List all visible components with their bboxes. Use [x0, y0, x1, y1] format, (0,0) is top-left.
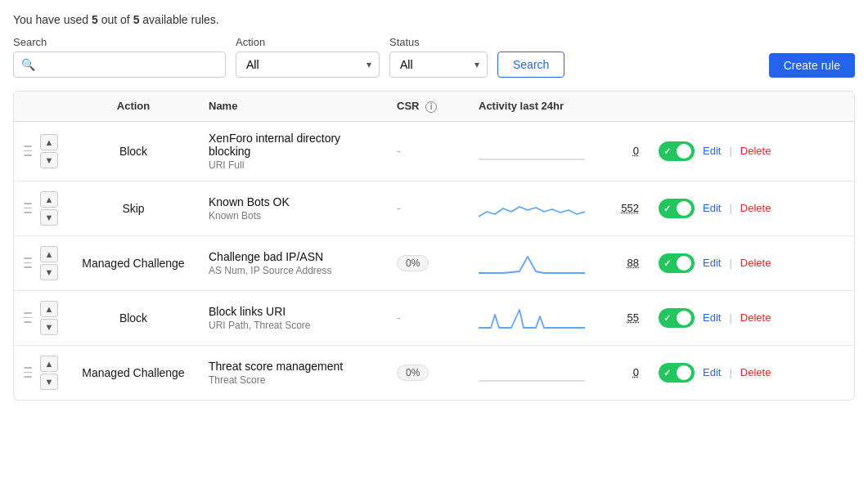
edit-link[interactable]: Edit — [703, 145, 721, 157]
delete-link[interactable]: Delete — [740, 202, 771, 214]
table-row: ▲ ▼ Skip Known Bots OK Known Bots - 552 … — [14, 181, 854, 235]
enable-toggle[interactable]: ✓ — [659, 308, 695, 328]
drag-handle[interactable] — [24, 257, 32, 268]
edit-link[interactable]: Edit — [703, 311, 721, 324]
toggle-slider: ✓ — [659, 199, 695, 218]
status-select[interactable]: All Active Inactive — [389, 51, 488, 78]
action-value: Block — [119, 145, 147, 158]
search-button[interactable]: Search — [497, 51, 564, 78]
table-row: ▲ ▼ Managed Challenge Challenge bad IP/A… — [14, 235, 854, 290]
rule-name: Block links URI — [209, 305, 377, 318]
edit-link[interactable]: Edit — [703, 257, 721, 269]
sort-down-button[interactable]: ▼ — [40, 319, 58, 335]
csr-info-icon: i — [425, 101, 437, 113]
controls-wrap: ✓ Edit | Delete — [659, 308, 844, 328]
toggle-check-icon: ✓ — [663, 146, 671, 156]
csr-dash: - — [397, 202, 401, 215]
sort-up-button[interactable]: ▲ — [40, 356, 58, 372]
sort-down-button[interactable]: ▼ — [40, 209, 58, 226]
activity-count: 552 — [614, 202, 639, 214]
controls-wrap: ✓ Edit | Delete — [659, 141, 844, 161]
activity-cell: 552 — [469, 181, 649, 235]
search-icon: 🔍 — [21, 58, 35, 71]
activity-wrap: 552 — [479, 194, 639, 223]
create-rule-button[interactable]: Create rule — [769, 53, 855, 78]
action-cell: Block — [68, 290, 199, 345]
activity-count: 0 — [614, 145, 639, 157]
drag-handle[interactable] — [24, 203, 32, 213]
activity-chart-wavy — [479, 194, 585, 223]
sort-up-button[interactable]: ▲ — [40, 301, 58, 317]
activity-wrap: 0 — [479, 137, 639, 166]
drag-handle[interactable] — [24, 367, 32, 378]
sort-down-button[interactable]: ▼ — [40, 264, 58, 280]
enable-toggle[interactable]: ✓ — [659, 363, 695, 383]
action-select[interactable]: All Block Skip Managed Challenge — [236, 51, 380, 78]
csr-cell: - — [387, 121, 469, 181]
activity-cell: 88 — [469, 235, 649, 290]
delete-link[interactable]: Delete — [740, 145, 771, 157]
enable-toggle[interactable]: ✓ — [659, 253, 695, 273]
col-csr-header: CSR i — [387, 92, 469, 121]
activity-cell: 0 — [469, 345, 649, 400]
csr-badge: 0% — [397, 255, 429, 271]
status-label: Status — [389, 36, 488, 48]
name-cell: Threat score management Threat Score — [199, 345, 387, 400]
table-row: ▲ ▼ Managed Challenge Threat score manag… — [14, 345, 854, 400]
drag-handle[interactable] — [24, 312, 32, 323]
controls-cell: ✓ Edit | Delete — [649, 121, 854, 181]
sort-up-button[interactable]: ▲ — [40, 134, 58, 150]
controls-cell: ✓ Edit | Delete — [649, 235, 854, 290]
toggle-check-icon: ✓ — [663, 203, 671, 213]
sort-buttons: ▲ ▼ — [40, 134, 58, 168]
usage-used: 5 — [92, 13, 98, 26]
activity-count: 88 — [614, 257, 639, 269]
table-row: ▲ ▼ Block Block links URI URI Path, Thre… — [14, 290, 854, 345]
csr-badge: 0% — [397, 365, 429, 381]
delete-link[interactable]: Delete — [740, 311, 771, 324]
action-value: Managed Challenge — [82, 257, 184, 270]
csr-cell: 0% — [387, 235, 469, 290]
csr-cell: 0% — [387, 345, 469, 400]
activity-cell: 55 — [469, 290, 649, 345]
enable-toggle[interactable]: ✓ — [659, 199, 695, 218]
sort-buttons: ▲ ▼ — [40, 191, 58, 226]
action-label: Action — [236, 36, 380, 48]
col-activity-header: Activity last 24hr — [469, 92, 649, 121]
sort-up-button[interactable]: ▲ — [40, 246, 58, 262]
col-action-header: Action — [68, 92, 199, 121]
action-cell: Managed Challenge — [68, 345, 199, 400]
filters-row: Search 🔍 Action All Block Skip Managed C… — [13, 36, 855, 78]
search-input[interactable] — [13, 51, 226, 78]
action-cell: Skip — [68, 181, 199, 235]
toggle-slider: ✓ — [659, 141, 695, 161]
col-name-header: Name — [199, 92, 387, 121]
table-row: ▲ ▼ Block XenForo internal directory blo… — [14, 121, 854, 181]
drag-cell: ▲ ▼ — [14, 290, 68, 345]
sort-up-button[interactable]: ▲ — [40, 191, 58, 208]
sort-buttons: ▲ ▼ — [40, 356, 58, 390]
edit-link[interactable]: Edit — [703, 202, 721, 214]
activity-count: 0 — [614, 366, 639, 378]
activity-chart-multi-spike — [479, 303, 585, 333]
col-controls-header — [649, 92, 854, 121]
separator: | — [729, 311, 731, 324]
search-group: Search 🔍 — [13, 36, 226, 78]
drag-handle[interactable] — [24, 146, 32, 156]
enable-toggle[interactable]: ✓ — [659, 141, 695, 161]
rule-sub: Threat Score — [209, 374, 377, 386]
rule-name: Known Bots OK — [209, 195, 377, 208]
sort-down-button[interactable]: ▼ — [40, 374, 58, 390]
rule-name: XenForo internal directory blocking — [209, 132, 377, 158]
sort-down-button[interactable]: ▼ — [40, 152, 58, 168]
activity-cell: 0 — [469, 121, 649, 181]
rule-name: Challenge bad IP/ASN — [209, 250, 377, 263]
toggle-check-icon: ✓ — [663, 257, 671, 268]
separator: | — [729, 145, 731, 157]
search-label: Search — [13, 36, 226, 48]
activity-chart-wrap — [479, 358, 608, 387]
delete-link[interactable]: Delete — [740, 257, 771, 269]
edit-link[interactable]: Edit — [703, 366, 721, 378]
activity-wrap: 55 — [479, 303, 639, 333]
delete-link[interactable]: Delete — [740, 366, 771, 378]
